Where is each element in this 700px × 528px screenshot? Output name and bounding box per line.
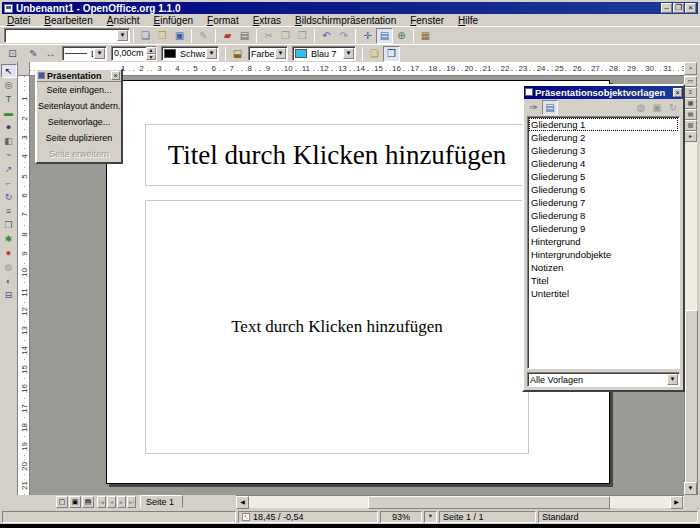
save-button[interactable]: ▣ [171, 28, 188, 44]
arrow-ends-button[interactable]: ↔ [42, 46, 59, 62]
prev-page-button[interactable]: ◀ [107, 496, 116, 508]
style-gliederung-4[interactable]: Gliederung 4 [529, 157, 678, 170]
hyperlink-dialog-button[interactable]: ⊕ [393, 28, 410, 44]
page-mode-button[interactable]: ▢ [56, 496, 68, 508]
fill-color-dropdown-arrow[interactable]: ▼ [343, 48, 354, 59]
fill-dialog-button[interactable]: ⬓ [229, 46, 246, 62]
open-button[interactable]: ❒ [154, 28, 171, 44]
close-button[interactable]: × [685, 3, 696, 13]
interaction-tool[interactable]: ● [1, 246, 17, 260]
ellipse-tool[interactable]: ● [1, 120, 17, 134]
navigator-button[interactable]: ✛ [359, 28, 376, 44]
outline-view-button[interactable]: ≡ [684, 87, 697, 98]
vertical-scrollbar-track[interactable] [684, 142, 697, 482]
fill-type-dropdown-arrow[interactable]: ▼ [275, 48, 286, 59]
style-gliederung-5[interactable]: Gliederung 5 [529, 170, 678, 183]
style-gliederung-9[interactable]: Gliederung 9 [529, 222, 678, 235]
scroll-right-icon[interactable]: ▶ [670, 496, 683, 509]
preview-button[interactable]: ❐ [383, 46, 400, 62]
style-gliederung-6[interactable]: Gliederung 6 [529, 183, 678, 196]
url-dropdown-arrow[interactable]: ▼ [117, 30, 128, 41]
style-notizen[interactable]: Notizen [529, 261, 678, 274]
master-mode-button[interactable]: ▣ [69, 496, 81, 508]
print-button[interactable]: ▤ [236, 28, 253, 44]
presentation-palette-titlebar[interactable]: Präsentation × [37, 70, 121, 82]
style-gliederung-8[interactable]: Gliederung 8 [529, 209, 678, 222]
style-hintergrund[interactable]: Hintergrund [529, 235, 678, 248]
slides-view-button[interactable]: ▦ [684, 98, 697, 109]
palette-seitenvorlage[interactable]: Seitenvorlage... [37, 114, 121, 130]
palette-seite-erweitern[interactable]: Seite erweitern [37, 146, 121, 162]
gallery-button[interactable]: ▦ [417, 28, 434, 44]
style-filter-dropdown-arrow[interactable]: ▼ [667, 374, 678, 385]
palette-seite-duplizieren[interactable]: Seite duplizieren [37, 130, 121, 146]
horizontal-scrollbar[interactable]: ◀ ▶ [236, 495, 684, 508]
fill-format-mode-button[interactable]: ◍ [633, 100, 649, 115]
layer-mode-button[interactable]: ▤ [82, 496, 94, 508]
undo-button[interactable]: ↶ [318, 28, 335, 44]
line-dialog-button[interactable]: ✎ [25, 46, 42, 62]
select-tool[interactable]: ↖ [1, 64, 17, 78]
scroll-down-icon[interactable]: ▼ [684, 482, 697, 495]
line-style-combobox[interactable]: D ▼ [62, 46, 107, 61]
style-gliederung-2[interactable]: Gliederung 2 [529, 131, 678, 144]
drawing-view-button[interactable]: ▭ [684, 76, 697, 87]
start-show-button[interactable]: ▸ [684, 131, 697, 142]
first-page-button[interactable]: |◀ [97, 496, 106, 508]
style-hintergrundobjekte[interactable]: Hintergrundobjekte [529, 248, 678, 261]
ruler-corner-button[interactable]: ▪ [684, 62, 697, 75]
new-style-button[interactable]: ▣ [649, 100, 665, 115]
notes-view-button[interactable]: ▤ [684, 109, 697, 120]
scroll-left-icon[interactable]: ◀ [236, 496, 249, 509]
palette-close-icon[interactable]: × [111, 71, 120, 80]
paste-button[interactable]: ❒ [294, 28, 311, 44]
effects-tool[interactable]: ✱ [1, 232, 17, 246]
cut-button[interactable]: ✂ [260, 28, 277, 44]
palette-seitenlayout-aendern[interactable]: Seitenlayout ändern... [37, 98, 121, 114]
style-filter-combobox[interactable]: Alle Vorlagen ▼ [527, 372, 680, 387]
palette-seite-einfuegen[interactable]: Seite einfügen... [37, 82, 121, 98]
line-color-combobox[interactable]: Schwarz ▼ [161, 46, 219, 61]
restore-button[interactable]: ❐ [673, 3, 684, 13]
edit-file-button[interactable]: ✎ [195, 28, 212, 44]
style-untertitel[interactable]: Untertitel [529, 287, 678, 300]
next-page-button[interactable]: ▶ [117, 496, 126, 508]
rectangle-tool[interactable]: ▬ [1, 106, 17, 120]
minimize-button[interactable]: – [661, 3, 672, 13]
3d-effects-tool[interactable]: ◐ [1, 274, 17, 288]
start-presentation-tool[interactable]: ⊟ [1, 288, 17, 302]
line-width-spinner[interactable]: 0,00cm ▲ ▼ [111, 46, 157, 61]
lines-arrows-tool[interactable]: ↗ [1, 162, 17, 176]
fill-color-combobox[interactable]: Blau 7 ▼ [292, 46, 356, 61]
zoom-tool[interactable]: ◎ [1, 78, 17, 92]
presentation-styles-button[interactable]: ▤ [542, 100, 558, 115]
arrange-tool[interactable]: ❐ [1, 218, 17, 232]
horizontal-scrollbar-thumb[interactable] [368, 496, 610, 509]
style-gliederung-3[interactable]: Gliederung 3 [529, 144, 678, 157]
update-style-button[interactable]: ↻ [665, 100, 681, 115]
url-combobox[interactable]: ▼ [4, 28, 130, 43]
alignment-tool[interactable]: ≡ [1, 204, 17, 218]
copy-button[interactable]: ❐ [277, 28, 294, 44]
style-gliederung-7[interactable]: Gliederung 7 [529, 196, 678, 209]
stylist-close-icon[interactable]: × [673, 88, 682, 97]
body-placeholder[interactable]: Text durch Klicken hinzufügen [145, 200, 529, 454]
export-pdf-button[interactable]: ▰ [219, 28, 236, 44]
page-tab[interactable]: Seite 1 [140, 495, 183, 508]
edit-points-button[interactable]: ⊡ [4, 46, 21, 62]
stylist-button[interactable]: ▤ [376, 28, 393, 44]
handout-view-button[interactable]: ▧ [684, 120, 697, 131]
line-width-down-button[interactable]: ▼ [146, 54, 156, 61]
text-tool[interactable]: T [1, 92, 17, 106]
graphic-styles-button[interactable]: ✑ [526, 100, 542, 115]
style-gliederung-1[interactable]: Gliederung 1 [529, 118, 678, 131]
3d-objects-tool[interactable]: ◧ [1, 134, 17, 148]
title-placeholder[interactable]: Titel durch Klicken hinzufügen [145, 124, 529, 186]
new-document-button[interactable]: ❏ [137, 28, 154, 44]
fill-type-combobox[interactable]: Farbe ▼ [248, 46, 288, 61]
line-style-dropdown-arrow[interactable]: ▼ [94, 48, 105, 59]
animation-tool[interactable]: ◍ [1, 260, 17, 274]
line-color-dropdown-arrow[interactable]: ▼ [206, 48, 217, 59]
last-page-button[interactable]: ▶| [127, 496, 136, 508]
connectors-tool[interactable]: ⌐ [1, 176, 17, 190]
